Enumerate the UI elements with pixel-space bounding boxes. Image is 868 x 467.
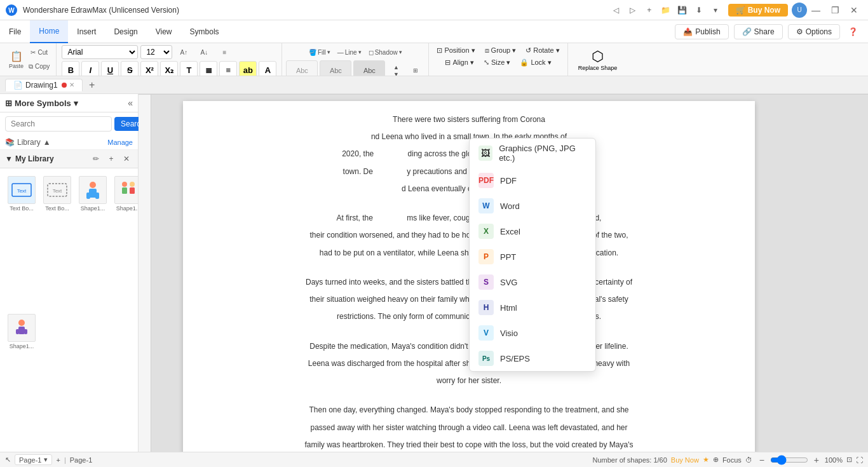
font-family-select[interactable]: Arial — [62, 45, 138, 59]
new-btn[interactable]: + — [642, 3, 657, 17]
font-color-button[interactable]: A — [259, 61, 276, 76]
search-input[interactable] — [5, 116, 112, 132]
cut-button[interactable]: ✂Cut — [26, 46, 52, 59]
export-ppt-item[interactable]: P PPT — [470, 244, 595, 269]
subscript-button[interactable]: X₂ — [160, 61, 178, 76]
zoom-out-btn[interactable]: − — [756, 454, 768, 466]
export-html-item[interactable]: H Html — [470, 295, 595, 320]
align-button[interactable]: ⊟ Align ▾ — [441, 57, 478, 68]
style-preset-2[interactable]: Abc — [320, 60, 351, 76]
font-size-select[interactable]: 12 — [140, 45, 172, 59]
copy-button[interactable]: ⧉Copy — [26, 60, 52, 73]
my-library-add-btn[interactable]: + — [105, 152, 118, 165]
menu-insert[interactable]: Insert — [68, 20, 105, 43]
shadow-button[interactable]: ◻Shadow▾ — [366, 45, 405, 59]
tab-close-btn[interactable]: ✕ — [69, 81, 74, 88]
list-item[interactable]: Shape1... — [76, 173, 109, 309]
export-pdf-item[interactable]: PDF PDF — [470, 168, 595, 193]
svg-icon: S — [478, 274, 494, 290]
styles-expand-btn[interactable]: ⊞ — [407, 64, 424, 76]
forward-btn[interactable]: ▷ — [625, 3, 641, 17]
zoom-slider[interactable] — [770, 455, 808, 465]
status-buy-now[interactable]: Buy Now — [671, 456, 699, 464]
underline-button[interactable]: U — [101, 61, 119, 76]
zoom-in-btn[interactable]: + — [811, 454, 822, 466]
publish-button[interactable]: 📤 Publish — [675, 24, 728, 39]
layers-icon[interactable]: ⊕ — [713, 456, 719, 464]
manage-link[interactable]: Manage — [107, 139, 133, 146]
line-spacing-button[interactable]: ≣ — [200, 61, 217, 76]
add-tab-button[interactable]: + — [85, 78, 99, 92]
decrease-font-btn[interactable]: A↓ — [195, 45, 213, 59]
help-btn[interactable]: ❓ — [845, 25, 860, 39]
strikethrough-button[interactable]: S — [121, 61, 139, 76]
list-item[interactable]: Text Text Bo... — [41, 173, 74, 309]
my-library-close-btn[interactable]: ✕ — [120, 152, 133, 165]
add-page-btn[interactable]: + — [56, 456, 60, 464]
paste-button[interactable]: 📋 Paste — [6, 46, 26, 74]
text-format-button[interactable]: T — [180, 61, 198, 76]
bullet-button[interactable]: ≡ — [219, 61, 237, 76]
export-excel-item[interactable]: X Excel — [470, 219, 595, 244]
svg-rect-9 — [95, 193, 99, 199]
style-scroll-up[interactable]: ▲ — [387, 64, 405, 71]
line-button[interactable]: —Line▾ — [335, 45, 364, 59]
tab-drawing1[interactable]: 📄 Drawing1 ✕ — [5, 79, 83, 91]
minimize-btn[interactable]: — — [807, 3, 825, 17]
position-button[interactable]: ⊡ Position ▾ — [433, 45, 478, 56]
back-btn[interactable]: ◁ — [609, 3, 624, 17]
menu-design[interactable]: Design — [105, 20, 146, 43]
list-item[interactable]: Shape1... — [5, 311, 38, 447]
canvas-content[interactable]: There were two sisters suffering from Co… — [151, 95, 868, 452]
rotate-button[interactable]: ↺ Rotate ▾ — [522, 45, 563, 56]
open-btn[interactable]: 📁 — [658, 3, 674, 17]
menu-view[interactable]: View — [147, 20, 181, 43]
buy-now-button[interactable]: 🛒 Buy Now — [728, 4, 788, 17]
size-icon: ⤡ — [484, 58, 489, 67]
style-preset-3[interactable]: Abc — [353, 60, 385, 76]
menu-home[interactable]: Home — [30, 20, 68, 43]
list-item[interactable]: Shape1... — [112, 173, 138, 309]
export-svg-item[interactable]: S SVG — [470, 269, 595, 295]
download-btn[interactable]: ⬇ — [691, 3, 707, 17]
fill-button[interactable]: 🪣Fill▾ — [306, 45, 333, 59]
library-item-name-5: Shape1... — [8, 343, 36, 349]
fit-page-btn[interactable]: ⊡ — [846, 456, 852, 464]
options-button[interactable]: ⚙ Options — [788, 24, 840, 39]
restore-btn[interactable]: ❐ — [826, 3, 844, 17]
export-word-item[interactable]: W Word — [470, 193, 595, 219]
align-btn[interactable]: ≡ — [215, 45, 233, 59]
svg-rect-8 — [86, 193, 90, 199]
library-item-name-3: Shape1... — [79, 205, 107, 212]
more-nav-btn[interactable]: ▾ — [708, 3, 723, 17]
style-preset-1[interactable]: Abc — [286, 60, 318, 76]
highlight-button[interactable]: ab — [239, 61, 257, 76]
export-png-item[interactable]: 🖼 Graphics (PNG, JPG etc.) — [470, 139, 595, 168]
share-button[interactable]: 🔗 Share — [734, 24, 783, 39]
bold-button[interactable]: B — [62, 61, 79, 76]
user-avatar[interactable]: U — [792, 3, 807, 18]
fullscreen-btn[interactable]: ⛶ — [856, 456, 863, 464]
export-visio-item[interactable]: V Visio — [470, 320, 595, 346]
page-selector[interactable]: Page-1 ▾ — [15, 454, 52, 465]
list-item[interactable]: Text Text Bo... — [5, 173, 38, 309]
save-btn[interactable]: 💾 — [675, 3, 690, 17]
superscript-button[interactable]: X² — [140, 61, 158, 76]
styles-group: 🪣Fill▾ —Line▾ ◻Shadow▾ Abc Abc Abc ▲ ▼ ⊞ — [282, 43, 429, 76]
size-button[interactable]: ⤡ Size ▾ — [480, 57, 514, 68]
menu-symbols[interactable]: Symbols — [181, 20, 228, 43]
focus-btn[interactable]: Focus — [722, 456, 742, 464]
select-tool-icon: ↖ — [5, 456, 11, 464]
italic-button[interactable]: I — [81, 61, 99, 76]
sidebar-collapse-btn[interactable]: « — [128, 98, 133, 108]
close-btn[interactable]: ✕ — [845, 3, 863, 17]
export-pseps-item[interactable]: Ps PS/EPS — [470, 346, 595, 371]
clipboard-group: 📋 Paste ✂Cut ⧉Copy — [3, 43, 57, 76]
menu-file[interactable]: File — [0, 20, 30, 43]
replace-shape-button[interactable]: ⬡ Replace Shape — [573, 46, 623, 74]
style-scroll-down[interactable]: ▼ — [387, 71, 405, 77]
increase-font-btn[interactable]: A↑ — [175, 45, 193, 59]
group-button[interactable]: ⧈ Group ▾ — [481, 45, 520, 56]
my-library-edit-btn[interactable]: ✏ — [90, 152, 102, 165]
lock-button[interactable]: 🔒 Lock ▾ — [516, 57, 555, 68]
